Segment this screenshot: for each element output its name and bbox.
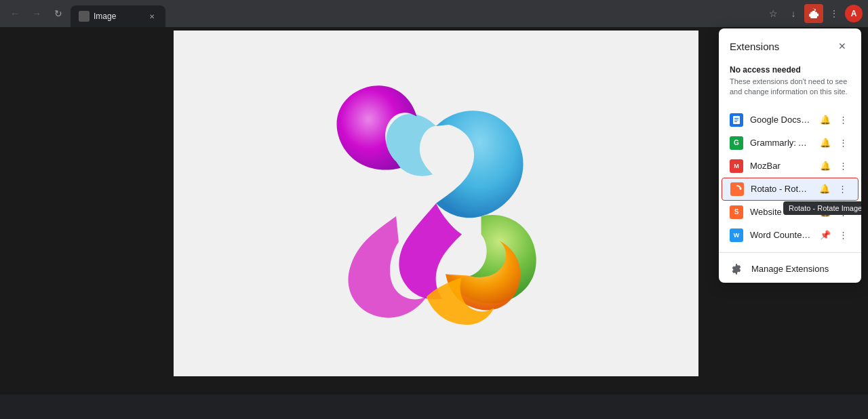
wordcounter-bell-button[interactable]: 📌	[818, 228, 833, 243]
google-docs-icon	[730, 113, 743, 127]
rotato-name: Rotato - Rotate Images i...	[751, 184, 810, 194]
grammarly-name: Grammarly: AI Writing an...	[750, 138, 811, 148]
extension-item-rotato[interactable]: Rotato - Rotate Images i... 🔔 ⋮ Rotato -…	[722, 178, 859, 201]
back-button[interactable]: ←	[5, 4, 24, 23]
grammarly-icon: G	[730, 136, 743, 150]
extension-item-grammarly[interactable]: G Grammarly: AI Writing an... 🔔 ⋮	[719, 132, 861, 155]
no-access-section: No access needed These extensions don't …	[719, 60, 861, 106]
rotato-more-button[interactable]: ⋮	[835, 182, 850, 197]
panel-close-button[interactable]: ✕	[834, 38, 850, 54]
active-tab[interactable]: Image ✕	[71, 5, 165, 27]
profile-button[interactable]: A	[845, 5, 863, 22]
rotato-icon	[730, 182, 744, 196]
panel-title: Extensions	[730, 41, 779, 52]
tab-title: Image	[94, 12, 142, 21]
grammarly-actions: 🔔 ⋮	[818, 136, 850, 151]
google-docs-name: Google Docs Offline	[750, 115, 811, 125]
image-container	[174, 31, 698, 376]
toolbar-right: ☆ ↓ ⋮ A	[764, 4, 863, 23]
browser-chrome: ← → ↻ Image ✕ ☆ ↓ ⋮ A	[0, 0, 868, 27]
mozbar-icon: M	[730, 159, 743, 173]
content-area: Extensions ✕ No access needed These exte…	[0, 27, 868, 395]
mozbar-bell-button[interactable]: 🔔	[818, 159, 833, 174]
tab-close-button[interactable]: ✕	[146, 11, 157, 22]
extension-item-google-docs[interactable]: Google Docs Offline 🔔 ⋮	[719, 108, 861, 132]
svg-rect-2	[734, 119, 738, 120]
forward-button[interactable]: →	[27, 4, 46, 23]
extensions-panel: Extensions ✕ No access needed These exte…	[719, 28, 861, 283]
svg-rect-3	[734, 121, 737, 122]
no-access-title: No access needed	[730, 65, 850, 75]
logo-image	[307, 75, 565, 332]
extension-item-mozbar[interactable]: M MozBar 🔔 ⋮	[719, 155, 861, 178]
no-access-desc: These extensions don't need to see and c…	[730, 77, 850, 98]
menu-button[interactable]: ⋮	[825, 4, 844, 23]
wordcounter-actions: 📌 ⋮	[818, 228, 850, 243]
mozbar-more-button[interactable]: ⋮	[835, 159, 850, 174]
extensions-list: Google Docs Offline 🔔 ⋮ G Grammarly: AI …	[719, 106, 861, 250]
extension-item-wordcounter[interactable]: W Word Counter Plus 📌 ⋮	[719, 224, 861, 247]
panel-divider	[719, 252, 861, 253]
extensions-button[interactable]	[804, 4, 823, 23]
manage-extensions-label: Manage Extensions	[751, 264, 829, 274]
profile-initial: A	[851, 9, 857, 18]
svg-rect-1	[734, 118, 738, 119]
tabs-area: Image ✕	[71, 0, 761, 27]
download-button[interactable]: ↓	[784, 4, 803, 23]
panel-header: Extensions ✕	[719, 28, 861, 60]
google-docs-actions: 🔔 ⋮	[818, 113, 850, 127]
grammarly-bell-button[interactable]: 🔔	[818, 136, 833, 151]
wordcounter-name: Word Counter Plus	[750, 230, 811, 240]
grammarly-more-button[interactable]: ⋮	[835, 136, 850, 151]
reload-button[interactable]: ↻	[49, 4, 68, 23]
semrush-icon: S	[730, 205, 743, 219]
wordcounter-more-button[interactable]: ⋮	[835, 228, 850, 243]
rotato-bell-button[interactable]: 🔔	[817, 182, 832, 197]
gear-icon	[730, 262, 743, 276]
google-docs-bell-button[interactable]: 🔔	[818, 113, 833, 127]
manage-extensions-item[interactable]: Manage Extensions	[719, 256, 861, 283]
tab-favicon	[79, 11, 90, 22]
star-button[interactable]: ☆	[764, 4, 783, 23]
wordcounter-icon: W	[730, 228, 743, 242]
rotato-actions: 🔔 ⋮	[817, 182, 850, 197]
rotato-tooltip: Rotato - Rotate Images in Chrome	[783, 201, 861, 215]
mozbar-name: MozBar	[750, 161, 811, 171]
google-docs-more-button[interactable]: ⋮	[835, 113, 850, 127]
mozbar-actions: 🔔 ⋮	[818, 159, 850, 174]
